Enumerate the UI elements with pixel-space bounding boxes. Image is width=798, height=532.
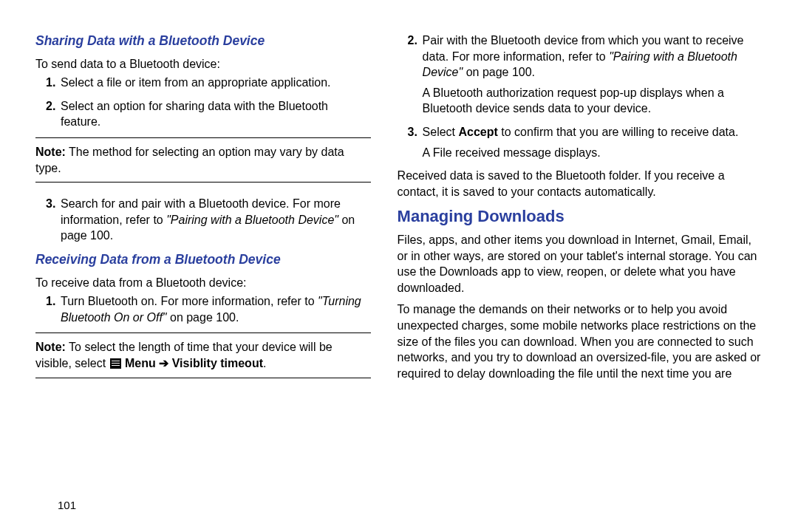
receive-step-3: 3. Select Accept to confirm that you are… [398, 124, 763, 160]
step-3-extra: A File received message displays. [423, 145, 763, 161]
received-data-paragraph: Received data is saved to the Bluetooth … [398, 168, 763, 200]
step-text-after: on page 100. [463, 66, 535, 78]
sharing-step-1: 1. Select a file or item from an appropr… [35, 75, 371, 91]
menu-path-before: Menu [122, 357, 160, 369]
note-box-2: Note: To select the length of time that … [35, 332, 371, 378]
step-number: 2. [408, 33, 417, 49]
note-label: Note: [35, 341, 66, 353]
step-text-before: Turn Bluetooth on. For more information,… [61, 295, 318, 307]
sharing-step-3-list: 3. Search for and pair with a Bluetooth … [35, 196, 371, 244]
receiving-intro: To receive data from a Bluetooth device: [35, 275, 371, 291]
sharing-step-3: 3. Search for and pair with a Bluetooth … [35, 196, 371, 244]
cross-reference: "Pairing with a Bluetooth Device" [166, 214, 338, 226]
heading-receiving: Receiving Data from a Bluetooth Device [35, 251, 371, 269]
step-2-extra: A Bluetooth authorization request pop-up… [423, 85, 763, 117]
arrow-icon: ➔ [159, 357, 168, 369]
step-text-after: to confirm that you are willing to recei… [498, 126, 739, 138]
receiving-step-1: 1. Turn Bluetooth on. For more informati… [35, 293, 371, 325]
note-text: The method for selecting an option may v… [35, 146, 344, 174]
heading-sharing: Sharing Data with a Bluetooth Device [35, 33, 371, 50]
menu-icon [110, 358, 121, 369]
sharing-intro: To send data to a Bluetooth device: [35, 56, 371, 72]
step-number: 1. [46, 75, 55, 91]
step-number: 3. [408, 124, 417, 140]
step-number: 1. [46, 293, 55, 310]
step-number: 3. [46, 196, 55, 212]
step-text: Select an option for sharing data with t… [61, 100, 328, 129]
sharing-steps: 1. Select a file or item from an appropr… [35, 75, 371, 130]
step-text-before: Select [423, 126, 459, 138]
managing-paragraph-1: Files, apps, and other items you downloa… [398, 232, 763, 296]
page: Sharing Data with a Bluetooth Device To … [0, 0, 798, 532]
receive-step-2: 2. Pair with the Bluetooth device from w… [398, 33, 763, 117]
right-steps: 2. Pair with the Bluetooth device from w… [398, 33, 763, 160]
page-number: 101 [58, 498, 76, 513]
right-column: 2. Pair with the Bluetooth device from w… [384, 30, 776, 517]
note-box-1: Note: The method for selecting an option… [35, 137, 371, 183]
period: . [263, 357, 266, 369]
heading-managing-downloads: Managing Downloads [398, 205, 763, 228]
accept-bold: Accept [459, 126, 498, 138]
sharing-step-2: 2. Select an option for sharing data wit… [35, 98, 371, 130]
step-text: Select a file or item from an appropriat… [61, 76, 331, 89]
left-column: Sharing Data with a Bluetooth Device To … [22, 30, 384, 517]
step-text-after: on page 100. [167, 311, 239, 324]
menu-path-after: Visiblity timeout [168, 357, 263, 369]
note-label: Note: [35, 146, 66, 158]
receiving-steps: 1. Turn Bluetooth on. For more informati… [35, 293, 371, 325]
step-number: 2. [46, 98, 55, 115]
managing-paragraph-2: To manage the demands on their networks … [398, 301, 763, 381]
